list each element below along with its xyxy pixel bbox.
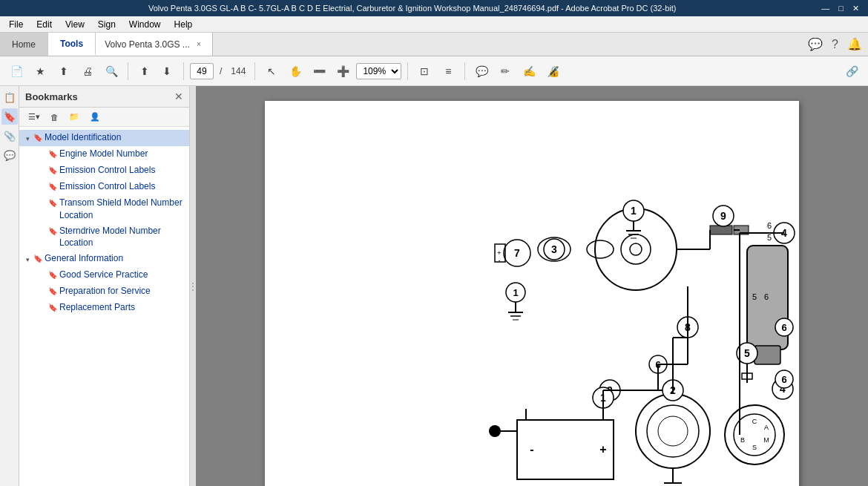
link-button[interactable]: 🔗 [841,61,862,82]
tab-bar: Home Tools Volvo Penta 3.0GS ... × 💬 ? 🔔 [0,33,868,56]
bookmark-sterndrive[interactable]: ▾ 🔖 Sterndrive Model Number Location [19,223,189,252]
sidebar-toolbar: ☰▾ 🗑 📁 👤 [19,108,189,127]
bookmark-icon-emission-2: 🔖 [47,181,58,193]
maximize-button[interactable]: □ [835,4,846,13]
bookmark-icon-model-id: 🔖 [33,132,43,144]
toggle-model-id[interactable]: ▾ [22,133,33,145]
help-icon[interactable]: ? [832,38,838,51]
menu-edit[interactable]: Edit [30,18,58,31]
bookmark-model-identification[interactable]: ▾ 🔖 Model Identification [19,130,189,146]
upload-button[interactable]: ⬆ [53,61,74,82]
sidebar-user-btn[interactable]: 👤 [85,111,105,123]
svg-text:B: B [740,436,745,444]
svg-rect-13 [710,226,732,234]
svg-text:1: 1 [631,205,637,217]
bookmark-good-service[interactable]: ▾ 🔖 Good Service Practice [19,267,189,283]
tab-tools[interactable]: Tools [48,33,96,56]
menu-file[interactable]: File [3,18,29,31]
bookmark-engine-model[interactable]: ▾ 🔖 Engine Model Number [19,146,189,162]
notification-icon[interactable]: 🔔 [847,37,862,51]
page-next-button[interactable]: ⬇ [157,61,177,82]
sidebar-options-btn[interactable]: ☰▾ [24,111,45,123]
panel-bookmarks-btn[interactable]: 🔖 [1,108,18,125]
tab-home[interactable]: Home [0,33,48,56]
bookmark-general-info[interactable]: ▾ 🔖 General Information [19,251,189,267]
bookmark-icon-sterndrive: 🔖 [47,226,58,237]
bookmark-label-preparation: Preparation for Service [58,285,186,298]
tab-spacer [213,33,802,56]
comment-button[interactable]: 💬 [471,61,492,82]
bookmark-replacement[interactable]: ▾ 🔖 Replacement Parts [19,300,189,316]
hand-tool[interactable]: ✋ [285,61,306,82]
svg-text:-: - [499,257,501,264]
close-button[interactable]: ✕ [849,4,862,13]
tab-document[interactable]: Volvo Penta 3.0GS ... × [96,33,213,56]
menu-sign[interactable]: Sign [92,18,122,31]
print-button[interactable]: 🖨 [77,61,98,82]
document-area[interactable]: 3 7 + - 9 4 6 5 [196,86,868,486]
panel-pages-btn[interactable]: 📋 [1,89,18,105]
page-number-input[interactable] [190,63,214,79]
stamp-button[interactable]: 🔏 [542,61,563,82]
svg-text:M: M [763,436,769,444]
bookmark-label-replacement: Replacement Parts [58,301,186,314]
svg-rect-0 [265,101,799,486]
find-button[interactable]: 🔍 [101,61,122,82]
cursor-tool[interactable]: ↖ [261,61,282,82]
sidebar-resize-handle[interactable] [190,86,196,486]
comment-icon[interactable]: 💬 [808,37,823,51]
main-area: 📋 🔖 📎 💬 Bookmarks ✕ ☰▾ 🗑 📁 👤 ▾ 🔖 Model I… [0,86,868,486]
toggle-general-info[interactable]: ▾ [22,254,33,266]
minimize-button[interactable]: — [818,4,832,13]
menu-help[interactable]: Help [168,18,199,31]
scroll-mode-button[interactable]: ≡ [438,61,458,82]
svg-text:1: 1 [513,287,518,298]
svg-text:C: C [752,418,757,425]
bookmark-icon-good-service: 🔖 [47,269,58,281]
svg-text:S: S [752,444,757,451]
panel-comments-btn[interactable]: 💬 [1,147,18,163]
bookmark-emission-2[interactable]: ▾ 🔖 Emission Control Labels [19,179,189,195]
svg-rect-22 [754,346,780,364]
panel-attachments-btn[interactable]: 📎 [1,128,18,144]
svg-text:A: A [764,424,769,431]
bookmark-preparation[interactable]: ▾ 🔖 Preparation for Service [19,283,189,300]
sidebar-new-btn[interactable]: 📁 [65,111,84,123]
bookmark-emission-1[interactable]: ▾ 🔖 Emission Control Labels [19,162,189,179]
menu-window[interactable]: Window [123,18,167,31]
bookmark-icon-engine-model: 🔖 [47,148,58,160]
sign-button[interactable]: ✍ [519,61,539,82]
bookmark-label-transom-shield: Transom Shield Model Number Location [58,197,186,222]
zoom-out-button[interactable]: ➖ [309,61,329,82]
sidebar-title: Bookmarks [25,91,78,102]
svg-text:5: 5 [767,233,772,242]
bookmark-transom-shield[interactable]: ▾ 🔖 Transom Shield Model Number Location [19,195,189,223]
bookmark-add-button[interactable]: ★ [30,61,50,82]
tab-close-button[interactable]: × [194,39,203,49]
svg-text:5: 5 [752,292,757,301]
bookmark-icon-transom-shield: 🔖 [47,197,58,209]
sidebar-header: Bookmarks ✕ [19,86,189,108]
sidebar-close-button[interactable]: ✕ [174,91,183,102]
sidebar-content: ▾ 🔖 Model Identification ▾ 🔖 Engine Mode… [19,127,189,486]
zoom-select[interactable]: 109% [356,63,401,79]
tab-actions: 💬 ? 🔔 [802,33,868,56]
title-bar-controls: — □ ✕ [818,4,862,13]
fit-page-button[interactable]: ⊡ [414,61,435,82]
svg-text:6: 6 [767,221,772,230]
new-button[interactable]: 📄 [6,61,27,82]
page-prev-button[interactable]: ⬆ [134,61,155,82]
zoom-in-button[interactable]: ➕ [332,61,353,82]
sidebar-delete-btn[interactable]: 🗑 [46,111,63,123]
bookmark-label-good-service: Good Service Practice [58,269,186,281]
bookmark-label-emission-1: Emission Control Labels [58,164,186,177]
title-bar-text: Volvo Penta 3.0GS GL-A B C- 5.7GL-A B C … [6,4,818,13]
menu-view[interactable]: View [59,18,91,31]
annotate-button[interactable]: ✏ [495,61,516,82]
bookmark-label-general-info: General Information [43,252,186,265]
bookmark-icon-replacement: 🔖 [47,302,58,314]
page-separator: / [217,66,225,76]
svg-text:9: 9 [720,210,726,222]
svg-text:-: - [530,443,533,456]
svg-text:7: 7 [514,247,520,259]
